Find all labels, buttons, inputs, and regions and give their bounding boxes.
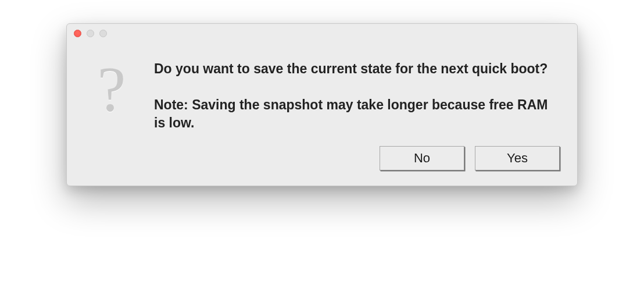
dialog-content: ? Do you want to save the current state … [67, 44, 577, 144]
yes-button[interactable]: Yes [475, 146, 560, 170]
no-button[interactable]: No [380, 146, 464, 170]
dialog-message: Do you want to save the current state fo… [154, 60, 560, 132]
dialog-button-row: No Yes [67, 144, 577, 186]
dialog-message-area: Do you want to save the current state fo… [154, 59, 560, 132]
minimize-icon [87, 30, 94, 37]
maximize-icon [99, 30, 107, 37]
confirmation-dialog: ? Do you want to save the current state … [66, 23, 578, 186]
close-icon[interactable] [74, 30, 81, 37]
dialog-icon-wrap: ? [89, 59, 134, 117]
question-mark-icon: ? [98, 62, 126, 117]
window-titlebar [67, 24, 577, 44]
